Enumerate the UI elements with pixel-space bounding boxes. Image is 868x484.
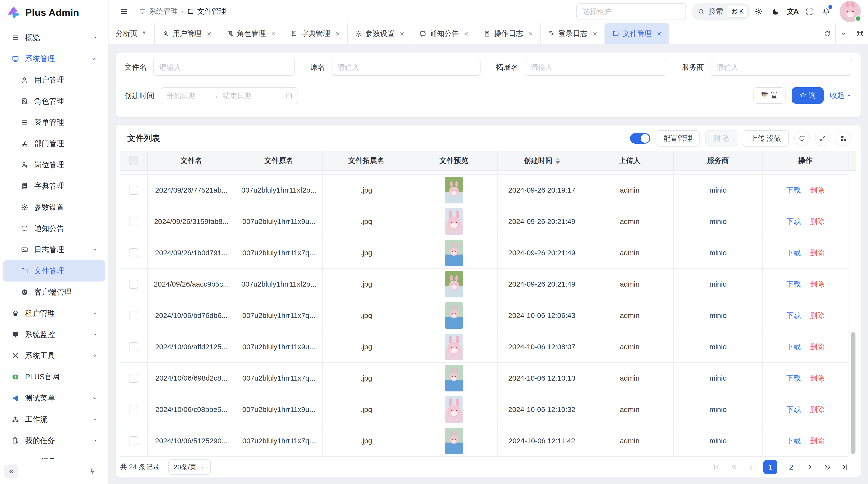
download-link[interactable]: 下载	[786, 405, 801, 415]
row-checkbox[interactable]	[129, 311, 138, 320]
tab-close-icon[interactable]: ×	[400, 30, 404, 38]
page-jump-back-button[interactable]	[728, 462, 739, 473]
settings-button[interactable]	[750, 3, 767, 20]
tenant-select-input[interactable]	[576, 3, 686, 20]
reset-button[interactable]: 重 置	[753, 87, 785, 104]
sidebar-item-gitee记录[interactable]: gitee记录	[3, 451, 105, 459]
row-checkbox[interactable]	[129, 405, 138, 414]
app-logo[interactable]: Plus Admin	[0, 0, 108, 25]
tab-文件管理[interactable]: 文件管理×	[605, 23, 669, 44]
sidebar-item-租户管理[interactable]: 租户管理	[3, 303, 105, 324]
table-scrollbar-thumb[interactable]	[851, 332, 856, 454]
sidebar-item-概览[interactable]: 概览	[3, 27, 105, 48]
delete-link[interactable]: 删除	[810, 436, 825, 446]
sidebar-item-系统监控[interactable]: 系统监控	[3, 324, 105, 345]
file-preview-thumbnail[interactable]	[445, 177, 463, 203]
sidebar-item-文件管理[interactable]: 文件管理	[3, 260, 105, 282]
table-fullscreen-button[interactable]	[815, 131, 830, 146]
sidebar-item-菜单管理[interactable]: 菜单管理	[3, 112, 105, 133]
search-button[interactable]: 查 询	[792, 87, 824, 104]
column-header-创建时间[interactable]: 创建时间	[498, 151, 586, 171]
date-range-picker[interactable]: →	[161, 87, 298, 104]
sidebar-item-岗位管理[interactable]: 岗位管理	[3, 154, 105, 175]
download-link[interactable]: 下载	[786, 436, 801, 446]
sidebar-item-部门管理[interactable]: 部门管理	[3, 133, 105, 154]
sidebar-item-客户端管理[interactable]: 客户端管理	[3, 282, 105, 303]
tab-close-icon[interactable]: ×	[271, 30, 276, 38]
tab-分析页[interactable]: 分析页	[108, 23, 155, 44]
language-button[interactable]: 文A	[784, 3, 801, 20]
start-date-input[interactable]	[167, 92, 208, 100]
file-preview-thumbnail[interactable]	[445, 333, 463, 360]
row-checkbox[interactable]	[129, 280, 138, 289]
tab-close-icon[interactable]: ×	[657, 30, 661, 38]
breadcrumb-item-file[interactable]: 文件管理	[187, 6, 226, 17]
delete-link[interactable]: 删除	[810, 342, 825, 352]
sidebar-item-日志管理[interactable]: 日志管理	[3, 239, 105, 260]
collapse-filters-link[interactable]: 收起	[830, 91, 852, 100]
sidebar-item-工作流[interactable]: 工作流	[3, 409, 105, 430]
file-preview-thumbnail[interactable]	[445, 271, 463, 297]
file-preview-thumbnail[interactable]	[445, 365, 463, 391]
ext-name-input[interactable]	[525, 59, 666, 76]
delete-link[interactable]: 删除	[810, 311, 825, 321]
tab-menu-button[interactable]	[835, 23, 851, 44]
sidebar-item-我的任务[interactable]: 我的任务	[3, 430, 105, 451]
content-fullscreen-button[interactable]	[851, 23, 868, 44]
sort-icon[interactable]	[556, 157, 560, 164]
row-checkbox[interactable]	[129, 248, 138, 257]
file-preview-thumbnail[interactable]	[445, 396, 463, 423]
tab-close-icon[interactable]: ×	[528, 30, 533, 38]
delete-link[interactable]: 删除	[810, 405, 825, 415]
sidebar-pin-icon[interactable]	[88, 467, 96, 476]
end-date-input[interactable]	[223, 92, 264, 100]
file-preview-thumbnail[interactable]	[445, 302, 463, 329]
tab-close-icon[interactable]: ×	[464, 30, 469, 38]
tab-角色管理[interactable]: 角色管理×	[219, 23, 283, 44]
page-last-button[interactable]	[840, 462, 850, 473]
file-preview-thumbnail[interactable]	[445, 428, 463, 454]
tab-close-icon[interactable]: ×	[593, 30, 597, 38]
sidebar-item-系统管理[interactable]: 系统管理	[3, 48, 105, 69]
batch-delete-button[interactable]: 删 除	[705, 130, 737, 147]
download-link[interactable]: 下载	[786, 279, 801, 289]
notifications-button[interactable]	[818, 3, 835, 20]
row-checkbox[interactable]	[129, 374, 138, 383]
tab-字典管理[interactable]: 字典管理×	[283, 23, 348, 44]
file-name-input[interactable]	[153, 59, 295, 76]
origin-name-input[interactable]	[332, 59, 481, 76]
row-checkbox[interactable]	[129, 342, 138, 351]
tab-close-icon[interactable]: ×	[207, 30, 212, 38]
tab-refresh-button[interactable]	[819, 23, 835, 44]
provider-input[interactable]	[711, 59, 852, 76]
select-all-checkbox[interactable]	[129, 156, 138, 165]
row-checkbox[interactable]	[129, 217, 138, 226]
tab-close-icon[interactable]: ×	[335, 30, 340, 38]
file-preview-thumbnail[interactable]	[445, 239, 463, 266]
delete-link[interactable]: 删除	[810, 374, 825, 383]
config-manage-button[interactable]: 配置管理	[656, 130, 700, 147]
delete-link[interactable]: 删除	[810, 185, 825, 195]
table-refresh-button[interactable]	[794, 131, 810, 146]
delete-link[interactable]: 删除	[810, 217, 825, 227]
delete-link[interactable]: 删除	[810, 279, 825, 289]
delete-link[interactable]: 删除	[810, 248, 825, 258]
avatar[interactable]	[840, 1, 861, 22]
tab-参数设置[interactable]: 参数设置×	[348, 23, 412, 44]
page-jump-forward-button[interactable]	[822, 462, 833, 473]
page-next-button[interactable]	[805, 462, 815, 473]
download-link[interactable]: 下载	[786, 342, 801, 352]
column-settings-button[interactable]	[836, 131, 851, 146]
page-first-button[interactable]	[711, 462, 722, 473]
hamburger-icon[interactable]	[120, 7, 128, 16]
row-checkbox[interactable]	[129, 186, 138, 195]
download-link[interactable]: 下载	[786, 311, 801, 321]
sidebar-item-参数设置[interactable]: 参数设置	[3, 197, 105, 218]
sidebar-item-用户管理[interactable]: 用户管理	[3, 69, 105, 91]
global-search-button[interactable]: 搜索 ⌘ K	[692, 3, 750, 21]
upload-button[interactable]: 上传 没做	[743, 130, 789, 147]
breadcrumb-item-system[interactable]: 系统管理	[139, 6, 178, 17]
download-link[interactable]: 下载	[786, 185, 801, 195]
tab-登录日志[interactable]: 登录日志×	[540, 23, 605, 44]
sidebar-item-字典管理[interactable]: 字典管理	[3, 175, 105, 197]
